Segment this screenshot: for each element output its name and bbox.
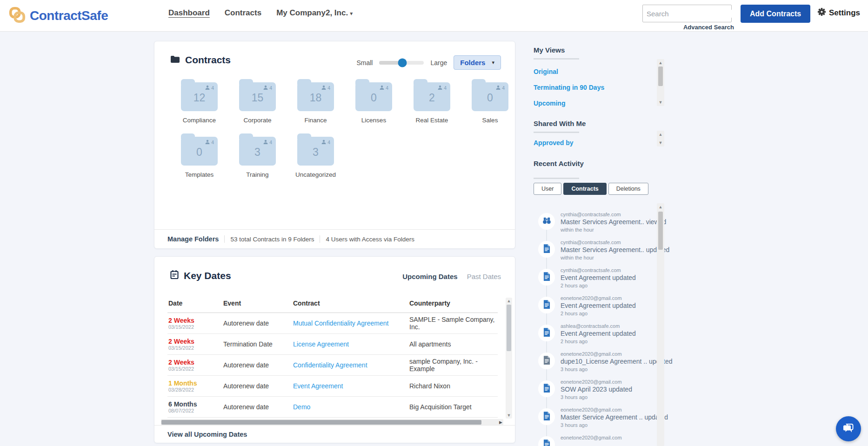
- nav-contracts[interactable]: Contracts: [225, 8, 261, 18]
- activity-item[interactable]: eonetone2020@gmail.com Event Agreement u…: [534, 293, 654, 321]
- activity-item[interactable]: eonetone2020@gmail.com Master Service Ag…: [534, 405, 654, 433]
- view-link-approved-by[interactable]: Approved by: [534, 139, 574, 146]
- settings-button[interactable]: Settings: [817, 7, 860, 18]
- tab-upcoming-dates[interactable]: Upcoming Dates: [402, 273, 457, 280]
- scroll-down-icon[interactable]: ▼: [657, 140, 664, 145]
- folder-item-finance[interactable]: 4 18 Finance: [287, 79, 345, 124]
- folder-item-uncategorized[interactable]: 4 3 Uncategorized: [287, 133, 345, 178]
- table-row: 6 Months08/07/2022 Autorenew date Demo B…: [167, 397, 498, 418]
- activity-scrollbar[interactable]: ▲: [657, 203, 664, 446]
- gear-icon: [817, 7, 826, 18]
- app-logo[interactable]: ContractSafe: [8, 6, 108, 26]
- view-link-terminating[interactable]: Terminating in 90 Days: [534, 84, 604, 91]
- folder-label: Uncategorized: [295, 171, 336, 178]
- scroll-up-icon[interactable]: ▲: [657, 205, 664, 209]
- scrollbar-thumb[interactable]: [507, 305, 511, 351]
- contract-link[interactable]: Event Agreement: [293, 382, 409, 390]
- scrollbar-thumb[interactable]: [658, 212, 663, 250]
- nav-company-menu[interactable]: My Company2, Inc.▾: [276, 8, 353, 18]
- view-link-original[interactable]: Original: [534, 68, 558, 75]
- activity-item[interactable]: eonetone2020@gmail.com SOW April 2023 up…: [534, 377, 654, 405]
- chevron-down-icon: ▾: [492, 60, 494, 66]
- folder-tile: 4 3: [297, 137, 334, 166]
- folder-count: 2: [414, 82, 450, 111]
- activity-text: Event Agreement updated: [561, 273, 654, 282]
- tab-deletions[interactable]: Deletions: [608, 183, 648, 195]
- row-when: 2 Weeks: [168, 338, 223, 345]
- folder-item-sales[interactable]: 4 0 Sales: [461, 79, 519, 124]
- nav-dashboard[interactable]: Dashboard: [168, 8, 210, 18]
- my-views-scrollbar[interactable]: ▲ ▼: [657, 59, 664, 106]
- folder-tile: 4 12: [181, 82, 218, 111]
- scroll-up-icon[interactable]: ▲: [657, 60, 664, 65]
- scrollbar-thumb[interactable]: [658, 67, 663, 86]
- activity-item[interactable]: eonetone2020@gmail.com dupe10_License Ag…: [534, 349, 654, 377]
- activity-text: Event Agreement updated: [561, 301, 654, 310]
- document-icon: [543, 356, 550, 366]
- activity-user: ashlea@contractsafe.com: [561, 323, 654, 329]
- advanced-search-link[interactable]: Advanced Search: [677, 24, 734, 31]
- contract-link[interactable]: Demo: [293, 403, 409, 411]
- scroll-down-icon[interactable]: ▼: [657, 100, 664, 105]
- scroll-up-icon[interactable]: ▲: [506, 299, 512, 303]
- folder-item-compliance[interactable]: 4 12 Compliance: [170, 79, 228, 124]
- document-icon: [543, 384, 550, 394]
- size-large-label: Large: [430, 59, 447, 67]
- search-box: ×: [642, 5, 732, 22]
- binoculars-icon: [542, 217, 551, 226]
- folder-size-slider[interactable]: [379, 61, 424, 65]
- table-row: 1 Months03/28/2022 Autorenew date Event …: [167, 376, 498, 397]
- tab-contracts[interactable]: Contracts: [563, 183, 606, 195]
- users-access-text: 4 Users with Access via Folders: [326, 236, 414, 243]
- top-navbar: ContractSafe Dashboard Contracts My Comp…: [0, 0, 868, 32]
- folder-item-licenses[interactable]: 4 0 Licenses: [345, 79, 403, 124]
- total-contracts-text: 53 total Contracts in 9 Folders: [230, 236, 314, 243]
- folder-item-corporate[interactable]: 4 15 Corporate: [228, 79, 287, 124]
- table-row: 2 Weeks03/15/2022 Autorenew date Mutual …: [167, 313, 498, 334]
- activity-time: 2 hours ago: [561, 282, 654, 289]
- scrollbar-thumb[interactable]: [161, 420, 481, 425]
- document-icon: [543, 439, 550, 446]
- settings-label: Settings: [829, 8, 860, 18]
- folder-label: Finance: [304, 117, 327, 124]
- contract-link[interactable]: License Agreement: [293, 340, 409, 348]
- scroll-down-icon[interactable]: ▼: [506, 413, 512, 418]
- scroll-right-icon[interactable]: ▶: [499, 419, 502, 426]
- folder-tile: 4 0: [472, 82, 508, 111]
- folder-item-real-estate[interactable]: 4 2 Real Estate: [403, 79, 461, 124]
- chevron-down-icon: ▾: [350, 10, 353, 17]
- table-body: 2 Weeks03/15/2022 Autorenew date Mutual …: [167, 313, 498, 418]
- view-all-upcoming-dates-link[interactable]: View all Upcoming Dates: [167, 431, 247, 438]
- tab-past-dates[interactable]: Past Dates: [467, 273, 501, 280]
- activity-item[interactable]: eonetone2020@gmail.com: [534, 433, 654, 446]
- key-dates-footer: View all Upcoming Dates: [154, 425, 515, 443]
- search-input[interactable]: [643, 10, 743, 18]
- col-header-contract: Contract: [293, 300, 409, 307]
- slider-knob[interactable]: [398, 58, 407, 67]
- activity-item[interactable]: ashlea@contractsafe.com Event Agreement …: [534, 321, 654, 349]
- activity-time: within the hour: [561, 254, 654, 261]
- table-horizontal-scrollbar[interactable]: ▶: [161, 419, 503, 426]
- chat-widget-button[interactable]: [836, 416, 861, 441]
- activity-item[interactable]: cynthia@contractsafe.com Event Agreement…: [534, 265, 654, 293]
- activity-time: 3 hours ago: [561, 394, 654, 400]
- folder-item-training[interactable]: 4 3 Training: [228, 133, 287, 178]
- row-event: Autorenew date: [223, 403, 293, 411]
- table-vertical-scrollbar[interactable]: ▲ ▼: [506, 298, 512, 419]
- contract-link[interactable]: Mutual Confidentiality Agreement: [293, 320, 409, 327]
- recent-activity-title: Recent Activity: [534, 160, 584, 167]
- scroll-up-icon[interactable]: ▲: [657, 132, 664, 137]
- shared-with-me-section: Shared With Me: [534, 120, 586, 133]
- shared-scrollbar[interactable]: ▲ ▼: [657, 131, 664, 146]
- tab-user[interactable]: User: [534, 183, 561, 195]
- activity-item[interactable]: cynthia@contractsafe.com Master Services…: [534, 237, 654, 265]
- add-contracts-button[interactable]: Add Contracts: [741, 5, 810, 23]
- folder-label: Compliance: [183, 117, 216, 124]
- view-selector-dropdown[interactable]: Folders ▾: [454, 55, 501, 70]
- recent-activity-section: Recent Activity: [534, 160, 584, 179]
- activity-item[interactable]: cynthia@contractsafe.com Master Services…: [534, 209, 654, 237]
- folder-item-templates[interactable]: 4 0 Templates: [170, 133, 228, 178]
- view-link-upcoming[interactable]: Upcoming: [534, 100, 565, 107]
- contract-link[interactable]: Confidentiality Agreement: [293, 361, 409, 369]
- manage-folders-link[interactable]: Manage Folders: [167, 235, 219, 243]
